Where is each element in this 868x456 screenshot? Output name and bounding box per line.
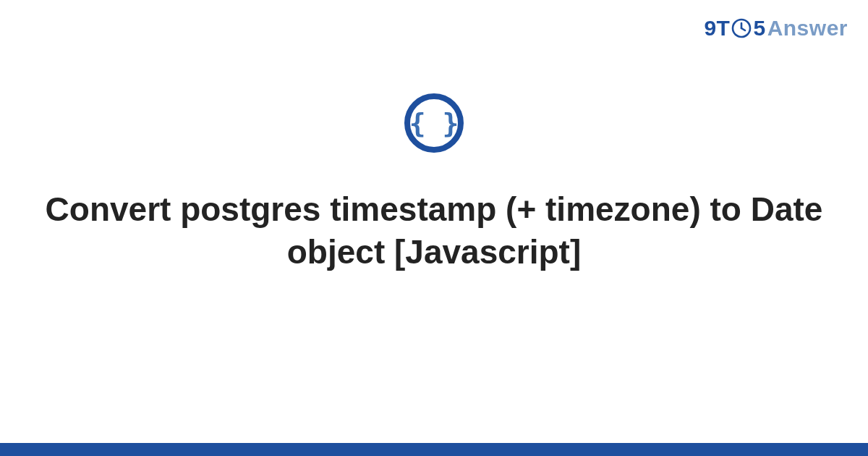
- svg-text:{ }: { }: [409, 107, 459, 139]
- site-logo: 9T 5 Answer: [704, 16, 848, 41]
- svg-line-2: [741, 28, 745, 30]
- logo-text-answer: Answer: [767, 16, 848, 41]
- social-card: 9T 5 Answer { } Convert postgres timesta…: [0, 0, 868, 456]
- page-title: Convert postgres timestamp (+ timezone) …: [35, 188, 833, 274]
- clock-icon: [731, 18, 752, 38]
- code-braces-icon: { }: [404, 93, 464, 153]
- logo-text-5: 5: [753, 16, 765, 41]
- logo-text-9t: 9T: [704, 16, 730, 41]
- footer-accent-bar: [0, 443, 868, 456]
